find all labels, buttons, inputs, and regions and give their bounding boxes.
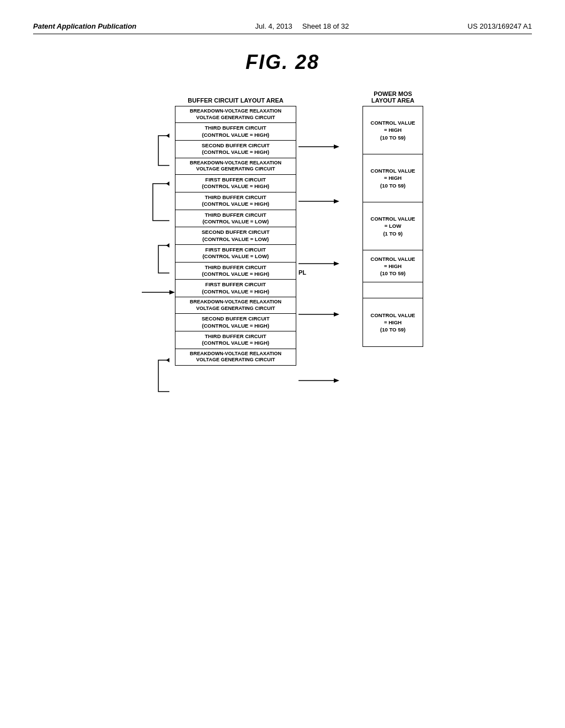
header-date: Jul. 4, 2013 [255,22,292,30]
header-center: Jul. 4, 2013 Sheet 18 of 32 [255,22,349,30]
header-sheet: Sheet 18 of 32 [302,22,349,30]
buffer-cell-8: FIRST BUFFER CIRCUIT(CONTROL VALUE = LOW… [175,245,296,263]
buffer-cell-1: THIRD BUFFER CIRCUIT(CONTROL VALUE = HIG… [175,123,296,141]
power-area-title: POWER MOS LAYOUT AREA [363,90,423,104]
figure-title: FIG. 28 [33,51,532,74]
buffer-column: BREAKDOWN-VOLTAGE RELAXATIONVOLTAGE GENE… [175,106,296,366]
power-cell-3: CONTROL VALUE= LOW(1 TO 9) [363,202,423,250]
power-cell-5: CONTROL VALUE= HIGH(10 TO 59) [363,298,423,346]
buffer-cell-2: SECOND BUFFER CIRCUIT(CONTROL VALUE = HI… [175,141,296,158]
page-header: Patent Application Publication Jul. 4, 2… [33,22,532,34]
buffer-cell-10: FIRST BUFFER CIRCUIT(CONTROL VALUE = HIG… [175,280,296,297]
pl-label: PL [299,269,306,276]
header-left: Patent Application Publication [33,22,136,30]
header-right: US 2013/169247 A1 [468,22,532,30]
buffer-cell-13: THIRD BUFFER CIRCUIT(CONTROL VALUE = HIG… [175,331,296,349]
buffer-cell-7: SECOND BUFFER CIRCUIT(CONTROL VALUE = LO… [175,227,296,245]
buffer-cell-12: SECOND BUFFER CIRCUIT(CONTROL VALUE = HI… [175,314,296,331]
buffer-cell-6: THIRD BUFFER CIRCUIT(CONTROL VALUE = LOW… [175,210,296,228]
power-cell-4: CONTROL VALUE= HIGH(10 TO 59) [363,250,423,282]
power-column: CONTROL VALUE= HIGH(10 TO 59) CONTROL VA… [363,106,423,347]
buffer-area-title: BUFFER CIRCUIT LAYOUT AREA [175,97,296,104]
buffer-cell-3: BREAKDOWN-VOLTAGE RELAXATIONVOLTAGE GENE… [175,158,296,175]
svg-marker-9 [334,378,339,383]
buffer-cell-11: BREAKDOWN-VOLTAGE RELAXATIONVOLTAGE GENE… [175,297,296,314]
power-cell-2: CONTROL VALUE= HIGH(10 TO 59) [363,154,423,202]
power-column-wrapper: CONTROL VALUE= HIGH(10 TO 59) CONTROL VA… [363,106,423,347]
buffer-cell-4: FIRST BUFFER CIRCUIT(CONTROL VALUE = HIG… [175,175,296,192]
buffer-cell-9: THIRD BUFFER CIRCUIT(CONTROL VALUE = HIG… [175,263,296,280]
buffer-cell-5: THIRD BUFFER CIRCUIT(CONTROL VALUE = HIG… [175,192,296,210]
power-cell-1: CONTROL VALUE= HIGH(10 TO 59) [363,106,423,154]
titles-row: BUFFER CIRCUIT LAYOUT AREA POWER MOS LAY… [142,90,423,104]
buffer-cell-14: BREAKDOWN-VOLTAGE RELAXATIONVOLTAGE GENE… [175,349,296,365]
columns-row: BREAKDOWN-VOLTAGE RELAXATIONVOLTAGE GENE… [142,106,423,366]
buffer-cell-0: BREAKDOWN-VOLTAGE RELAXATIONVOLTAGE GENE… [175,106,296,123]
power-cell-spacer [363,282,423,298]
page: Patent Application Publication Jul. 4, 2… [0,0,565,728]
